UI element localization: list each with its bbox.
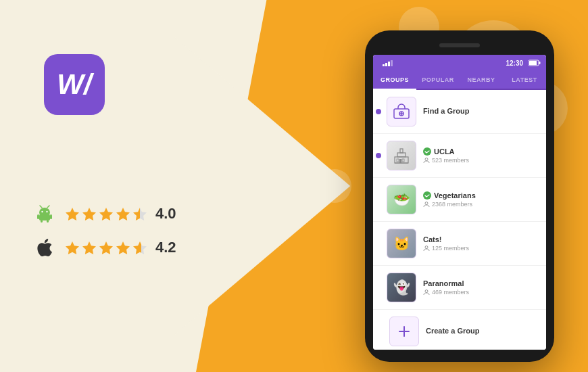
svg-line-9 bbox=[47, 206, 49, 208]
paranormal-thumb: 👻 bbox=[387, 273, 416, 302]
svg-marker-15 bbox=[66, 241, 79, 254]
veg-info: Vegetarians 2368 members bbox=[423, 191, 539, 208]
create-info: Create a Group bbox=[426, 327, 539, 336]
svg-marker-17 bbox=[99, 241, 113, 254]
svg-rect-3 bbox=[50, 214, 52, 219]
ucla-name: UCLA bbox=[434, 147, 455, 156]
find-group-info: Find a Group bbox=[423, 107, 539, 116]
list-item[interactable]: 🐱 Cats! 125 members bbox=[373, 222, 546, 266]
svg-point-41 bbox=[425, 290, 428, 293]
list-item[interactable]: 👻 Paranormal 469 members bbox=[373, 266, 546, 310]
phone-frame: 12:30 GROUPS POPULAR NEARBY LATEST bbox=[365, 30, 554, 362]
ucla-info: UCLA 523 members bbox=[423, 147, 539, 164]
cats-members: 125 members bbox=[423, 245, 539, 252]
svg-rect-1 bbox=[39, 214, 50, 220]
groups-list: Find a Group bbox=[373, 90, 546, 350]
phone-mockup: 12:30 GROUPS POPULAR NEARBY LATEST bbox=[365, 30, 554, 362]
phone-speaker bbox=[439, 43, 480, 47]
svg-rect-25 bbox=[539, 62, 541, 64]
find-group-thumb bbox=[387, 97, 416, 126]
svg-rect-4 bbox=[41, 220, 43, 223]
svg-point-39 bbox=[425, 202, 428, 205]
svg-rect-37 bbox=[397, 159, 399, 162]
find-group-name: Find a Group bbox=[423, 107, 469, 115]
phone-screen: 12:30 GROUPS POPULAR NEARBY LATEST bbox=[373, 55, 546, 350]
svg-rect-35 bbox=[399, 159, 401, 163]
list-item[interactable]: UCLA 523 members bbox=[373, 134, 546, 178]
svg-marker-10 bbox=[66, 208, 79, 220]
svg-rect-33 bbox=[400, 149, 403, 153]
paranormal-name: Paranormal bbox=[423, 279, 464, 287]
svg-rect-32 bbox=[397, 153, 406, 157]
building-icon bbox=[392, 146, 411, 165]
create-name: Create a Group bbox=[426, 327, 479, 335]
cats-thumb: 🐱 bbox=[387, 229, 416, 258]
signal-icon bbox=[383, 60, 393, 66]
app-icon: W/ bbox=[44, 54, 105, 115]
tab-popular[interactable]: POPULAR bbox=[416, 71, 460, 89]
active-indicator bbox=[376, 153, 381, 158]
ucla-thumb bbox=[387, 141, 416, 170]
svg-rect-23 bbox=[391, 60, 393, 66]
verified-badge bbox=[423, 191, 431, 200]
svg-point-40 bbox=[425, 246, 428, 249]
tab-nearby[interactable]: NEARBY bbox=[460, 71, 503, 89]
svg-marker-11 bbox=[82, 208, 96, 220]
ucla-members: 523 members bbox=[423, 157, 539, 164]
nav-tabs: GROUPS POPULAR NEARBY LATEST bbox=[373, 71, 546, 90]
android-stars bbox=[65, 206, 147, 221]
cats-emoji: 🐱 bbox=[393, 235, 410, 252]
android-rating-row: 4.0 bbox=[34, 203, 176, 225]
apple-stars bbox=[65, 240, 147, 255]
plus-icon bbox=[397, 325, 411, 338]
svg-marker-12 bbox=[99, 208, 113, 220]
status-time: 12:30 bbox=[506, 60, 523, 67]
tab-latest[interactable]: LATEST bbox=[503, 71, 546, 89]
cats-info: Cats! 125 members bbox=[423, 235, 539, 252]
veg-emoji: 🥗 bbox=[393, 191, 410, 208]
find-group-icon bbox=[392, 103, 411, 120]
cats-name: Cats! bbox=[423, 235, 442, 243]
active-indicator bbox=[376, 109, 381, 114]
svg-rect-21 bbox=[385, 63, 387, 66]
svg-rect-2 bbox=[37, 214, 39, 219]
phone-notch bbox=[373, 39, 546, 52]
paranormal-info: Paranormal 469 members bbox=[423, 279, 539, 296]
list-item[interactable]: 🥗 Vegetarians 2368 members bbox=[373, 178, 546, 222]
app-icon-text: W/ bbox=[57, 68, 91, 101]
svg-point-7 bbox=[46, 211, 47, 212]
svg-point-38 bbox=[425, 158, 428, 161]
paranormal-emoji: 👻 bbox=[393, 279, 410, 296]
veg-members: 2368 members bbox=[423, 201, 539, 208]
svg-marker-13 bbox=[116, 208, 130, 220]
android-icon bbox=[34, 203, 55, 225]
svg-line-8 bbox=[40, 206, 42, 208]
svg-rect-36 bbox=[402, 159, 404, 162]
svg-marker-14 bbox=[133, 208, 147, 220]
android-rating-number: 4.0 bbox=[155, 205, 176, 223]
veg-name: Vegetarians bbox=[434, 191, 476, 200]
apple-icon bbox=[34, 237, 55, 258]
verified-badge bbox=[423, 147, 431, 156]
create-thumb bbox=[389, 317, 419, 346]
tab-groups[interactable]: GROUPS bbox=[373, 71, 416, 90]
apple-rating-row: 4.2 bbox=[34, 237, 176, 258]
battery-icon bbox=[529, 60, 541, 66]
svg-rect-26 bbox=[529, 61, 537, 65]
veg-thumb: 🥗 bbox=[387, 185, 416, 214]
svg-rect-5 bbox=[47, 220, 49, 223]
status-bar: 12:30 bbox=[373, 55, 546, 71]
svg-rect-20 bbox=[383, 64, 385, 66]
svg-marker-19 bbox=[133, 241, 147, 254]
list-item[interactable]: Create a Group bbox=[373, 310, 546, 350]
ratings-section: 4.0 4.2 bbox=[34, 203, 176, 271]
arrow-shape bbox=[174, 37, 350, 335]
svg-point-6 bbox=[41, 211, 43, 212]
apple-rating-number: 4.2 bbox=[155, 239, 176, 256]
svg-marker-18 bbox=[116, 241, 130, 254]
list-item[interactable]: Find a Group bbox=[373, 90, 546, 134]
svg-marker-16 bbox=[82, 241, 96, 254]
svg-rect-22 bbox=[388, 62, 390, 66]
paranormal-members: 469 members bbox=[423, 289, 539, 296]
